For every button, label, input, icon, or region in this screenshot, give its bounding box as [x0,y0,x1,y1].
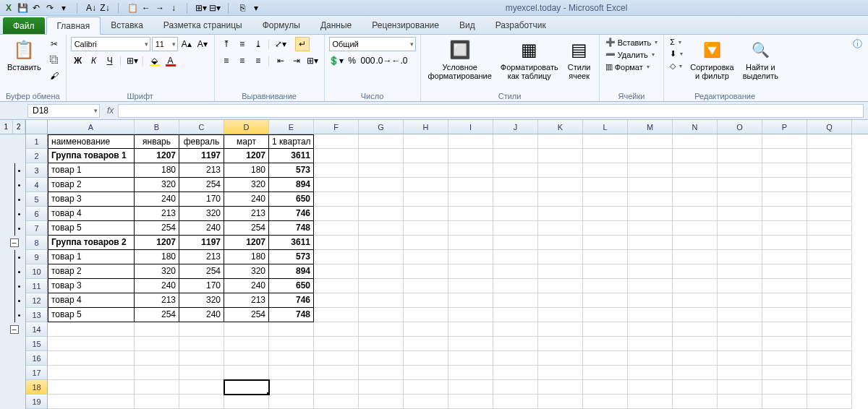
cell[interactable]: 1197 [179,236,224,250]
cell[interactable]: товар 4 [48,293,135,308]
cell[interactable] [493,236,538,250]
row-header[interactable]: 6 [26,207,48,221]
cell[interactable] [583,207,628,221]
cell[interactable] [762,380,807,395]
row-header[interactable]: 12 [26,293,48,308]
cell[interactable]: 240 [179,221,224,236]
cell[interactable]: товар 1 [48,250,135,264]
formula-input[interactable] [118,104,864,118]
cell[interactable] [493,264,538,279]
increase-indent-icon[interactable]: ⇥ [289,53,304,68]
cell[interactable] [404,395,448,409]
cell[interactable] [718,322,762,337]
cell[interactable] [807,221,852,236]
cell[interactable] [718,351,762,366]
cell[interactable] [314,395,359,409]
cell[interactable] [404,380,448,395]
cell[interactable] [673,236,718,250]
cell[interactable] [179,337,224,351]
cell[interactable]: 180 [135,163,179,178]
row-header[interactable]: 13 [26,308,48,322]
col-header-G[interactable]: G [359,120,404,134]
cell[interactable] [48,322,135,337]
cell[interactable] [404,264,448,279]
cell[interactable] [493,293,538,308]
font-name-combo[interactable]: Calibri [71,37,150,51]
cell[interactable]: 746 [269,207,314,221]
cell[interactable] [538,178,583,192]
cell[interactable] [48,366,135,380]
row-header[interactable]: 5 [26,192,48,207]
align-right-icon[interactable]: ≡ [251,53,265,68]
name-box[interactable]: D18 [27,104,100,118]
copy-icon[interactable]: ⿻ [47,53,61,67]
cell[interactable] [807,351,852,366]
format-painter-icon[interactable]: 🖌 [47,69,61,83]
cell[interactable] [493,192,538,207]
cell[interactable] [493,380,538,395]
cell[interactable] [359,264,404,279]
cell[interactable]: 213 [135,293,179,308]
cell[interactable] [628,207,673,221]
cell[interactable] [269,380,314,395]
cell[interactable] [135,380,179,395]
cell[interactable]: 320 [224,178,269,192]
cell[interactable] [762,322,807,337]
cell[interactable] [718,192,762,207]
cell[interactable] [448,149,493,163]
cell[interactable]: 180 [135,250,179,264]
cell[interactable] [224,395,269,409]
cell[interactable] [493,351,538,366]
cell[interactable]: 1207 [224,236,269,250]
cell[interactable] [762,221,807,236]
col-header-L[interactable]: L [583,120,628,134]
decrease-decimal-icon[interactable]: ←.0 [393,53,407,68]
cell[interactable] [583,178,628,192]
align-center-icon[interactable]: ≡ [235,53,250,68]
cell[interactable]: 240 [179,308,224,322]
cell[interactable] [135,366,179,380]
col-header-Q[interactable]: Q [807,120,852,134]
cell[interactable] [538,337,583,351]
cell[interactable] [538,236,583,250]
cell[interactable] [493,163,538,178]
cell[interactable]: 573 [269,163,314,178]
cell[interactable] [179,366,224,380]
cell[interactable]: 240 [135,279,179,293]
cell[interactable] [448,366,493,380]
cell[interactable] [314,207,359,221]
delete-cells-button[interactable]: ➖Удалить [604,49,660,60]
cell[interactable] [538,395,583,409]
cell[interactable]: 894 [269,178,314,192]
italic-button[interactable]: К [87,53,101,68]
cell[interactable]: 573 [269,250,314,264]
cell[interactable] [404,236,448,250]
col-header-F[interactable]: F [314,120,359,134]
tab-Рецензирование[interactable]: Рецензирование [362,17,449,34]
cell[interactable] [314,221,359,236]
cell[interactable] [807,380,852,395]
cell[interactable] [314,134,359,149]
cell[interactable]: 1207 [135,236,179,250]
cell[interactable] [269,351,314,366]
cell[interactable] [628,308,673,322]
cell[interactable]: 170 [179,279,224,293]
cell[interactable] [269,337,314,351]
cell[interactable] [538,221,583,236]
cell[interactable] [628,134,673,149]
cell[interactable] [583,308,628,322]
outline-level-2[interactable]: 2 [13,120,26,134]
cell[interactable] [448,250,493,264]
arrow-right-icon[interactable]: → [154,2,166,14]
cell[interactable] [493,221,538,236]
cell[interactable] [359,351,404,366]
cell[interactable] [359,380,404,395]
cell[interactable] [538,322,583,337]
cell[interactable] [673,221,718,236]
increase-decimal-icon[interactable]: .0→ [377,53,391,68]
cell[interactable] [448,163,493,178]
cell[interactable] [718,308,762,322]
cell[interactable] [448,264,493,279]
cell[interactable] [583,264,628,279]
cell[interactable] [762,293,807,308]
